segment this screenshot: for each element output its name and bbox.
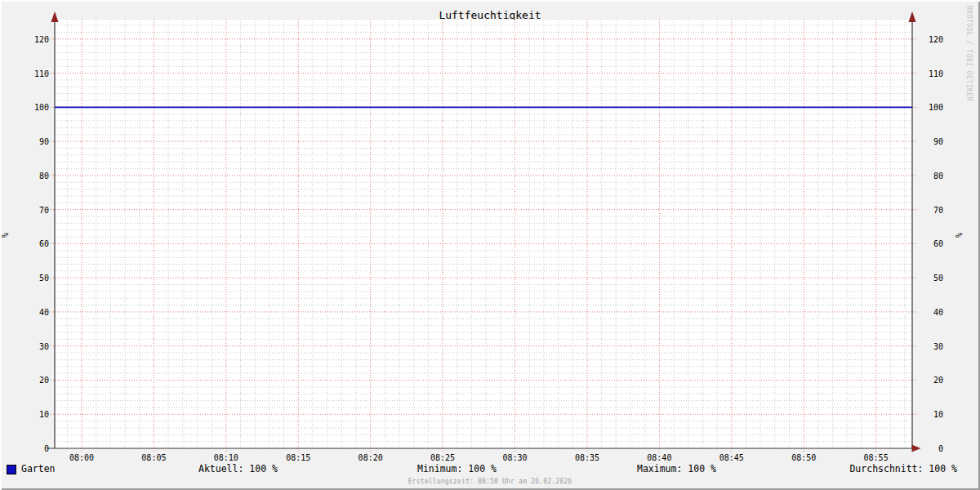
x-tick-label: 08:10 [208,453,244,462]
x-tick-label: 08:30 [497,453,533,462]
y-tick-label-right: 30 [920,342,943,351]
y-axis-arrow-left [51,11,59,22]
x-tick-label: 08:40 [641,453,677,462]
y-tick-label-left: 10 [11,410,49,419]
y-tick-label-right: 100 [920,103,943,112]
x-tick-label: 08:20 [353,453,389,462]
y-tick-label-left: 30 [11,342,49,351]
series-color-swatch [7,465,16,474]
legend-row: Garten Aktuell: 100 % Minimum: 100 % Max… [0,464,980,475]
x-tick-label: 08:35 [569,453,605,462]
y-tick-label-right: 70 [920,206,943,215]
y-tick-label-right: 40 [920,308,943,317]
grid-and-series-svg [0,0,980,490]
y-tick-label-left: 20 [11,376,49,385]
rrdtool-watermark: RRDTOOL / TOBI OETIKER [965,6,973,101]
stat-aktuell: Aktuell: 100 % [198,464,278,474]
y-tick-label-right: 110 [920,69,943,78]
y-tick-label-left: 100 [11,103,49,112]
y-tick-label-left: 120 [11,35,49,44]
y-tick-label-left: 110 [11,69,49,78]
y-axis-arrow-right [909,11,916,22]
stat-durchschnitt: Durchschnitt: 100 % [849,464,957,474]
y-tick-label-right: 80 [920,172,943,180]
y-tick-label-right: 0 [920,444,943,453]
x-tick-label: 08:00 [64,453,100,462]
stat-maximum: Maximum: 100 % [637,464,716,474]
y-tick-label-right: 50 [920,274,943,283]
x-tick-label: 08:05 [136,453,172,462]
x-tick-label: 08:45 [714,453,750,462]
x-axis-arrow [912,445,921,452]
x-tick-label: 08:55 [858,453,894,462]
y-tick-label-right: 120 [920,35,943,44]
creation-time-note: Erstellungszeit: 08:58 Uhr am 26.02.2026 [0,478,980,485]
x-tick-label: 08:25 [425,453,461,462]
y-tick-label-left: 70 [11,206,49,215]
x-tick-label: 08:15 [280,453,316,462]
y-tick-label-left: 50 [11,274,49,283]
y-tick-label-left: 60 [11,239,49,248]
stat-minimum: Minimum: 100 % [417,464,497,474]
y-axis-unit-left: % [2,233,10,238]
y-tick-label-left: 40 [11,308,49,317]
y-tick-label-right: 20 [920,376,943,385]
y-tick-label-right: 60 [920,239,943,248]
y-tick-label-left: 80 [11,172,49,180]
y-tick-label-right: 90 [920,137,943,146]
y-tick-label-left: 90 [11,137,49,146]
y-tick-label-right: 10 [920,410,943,419]
y-axis-unit-right: % [956,233,964,238]
series-label: Garten [21,464,56,474]
y-tick-label-left: 0 [11,444,49,453]
rrdtool-graph: Luftfeuchtigkeit 00101020203030404050506… [0,0,980,490]
x-tick-label: 08:50 [786,453,822,462]
